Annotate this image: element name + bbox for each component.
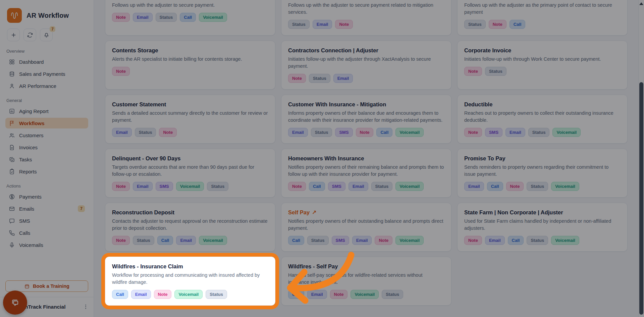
- chat-fab-button[interactable]: [3, 290, 27, 315]
- tag-status: Status: [307, 236, 329, 245]
- tag-note: Note: [506, 182, 524, 191]
- workflow-card-tags: NoteCallSMSEmailStatusVoicemail: [288, 182, 444, 191]
- tag-call: Call: [309, 182, 325, 191]
- app-logo: [7, 8, 22, 23]
- tag-voicemail: Voicemail: [176, 182, 204, 191]
- workflow-card-self-pay[interactable]: Self Pay ↗Notifies property owners of th…: [281, 203, 451, 252]
- workflow-card-allstate-adjuster[interactable]: Allstate AdjusterFollows up with the adj…: [457, 0, 628, 36]
- plus-icon: [10, 32, 17, 38]
- workflow-card-tags: NoteStatusCallEmailVoicemail: [112, 236, 268, 245]
- sidebar: AR Workflow 7 OverviewDashboardSales and…: [0, 0, 94, 317]
- sidebar-item-calls[interactable]: Calls: [5, 227, 88, 238]
- tag-note: Note: [356, 128, 374, 137]
- workflow-card-wildfires-self-pay[interactable]: Wildfires - Self PayHandles self-pay sce…: [281, 257, 451, 306]
- tag-call: Call: [487, 182, 503, 191]
- sidebar-item-reports[interactable]: Reports: [5, 166, 88, 177]
- sidebar-item-customers[interactable]: Customers: [5, 130, 88, 141]
- scroll-up-arrow-icon[interactable]: [639, 2, 643, 5]
- notifications-button[interactable]: 7: [40, 29, 53, 41]
- workflow-card-title: Delinquent - Over 90 Days: [112, 155, 268, 162]
- workflow-card-wildfires-insurance-claim[interactable]: Wildfires - Insurance ClaimWorkflow for …: [105, 257, 275, 306]
- sidebar-item-ar-performance[interactable]: AR Performance: [5, 81, 88, 91]
- mic-icon: [9, 242, 15, 248]
- tag-note: Note: [112, 182, 130, 191]
- workflow-card-description: Follows up with the adjuster to secure p…: [288, 2, 444, 16]
- chat-icon: [10, 297, 20, 308]
- refresh-button[interactable]: [23, 29, 36, 41]
- sidebar-item-voicemails[interactable]: Voicemails: [5, 240, 88, 250]
- add-button[interactable]: [7, 29, 20, 41]
- calendar-icon: [24, 283, 30, 289]
- workflow-card-tags: StatusEmailNote: [288, 20, 444, 29]
- sidebar-item-dashboard[interactable]: Dashboard: [5, 56, 88, 67]
- workflow-card-contents-storage[interactable]: Contents StorageAlerts the AR specialist…: [105, 41, 275, 90]
- scrollbar-thumb[interactable]: [639, 82, 643, 315]
- tasks-icon: [9, 156, 15, 163]
- brand: AR Workflow: [5, 8, 88, 23]
- sidebar-item-invoices[interactable]: Invoices: [5, 142, 88, 153]
- sidebar-item-sms[interactable]: SMS: [5, 215, 88, 226]
- workflow-card-description: Alerts the AR specialist to initiate bil…: [112, 56, 268, 63]
- workflow-card-adjuster[interactable]: AdjusterFollows up with the adjuster to …: [105, 0, 275, 36]
- sidebar-item-aging-report[interactable]: Aging Report: [5, 106, 88, 116]
- sidebar-item-payments[interactable]: Payments: [5, 191, 88, 202]
- tag-note: Note: [464, 128, 482, 137]
- tag-note: Note: [464, 236, 482, 245]
- tag-email: Email: [133, 13, 153, 22]
- workflow-card-description: Targets overdue accounts that are more t…: [112, 164, 268, 178]
- tag-voicemail: Voicemail: [552, 128, 581, 137]
- sidebar-item-label: Dashboard: [19, 59, 44, 65]
- bell-icon: [43, 32, 50, 38]
- workflow-card-promise-to-pay[interactable]: Promise To PaySends reminders to propert…: [457, 149, 628, 198]
- workflow-card-title: Deductible: [464, 101, 621, 108]
- sidebar-item-label: Voicemails: [19, 242, 43, 248]
- book-training-button[interactable]: Book a Training: [5, 280, 88, 292]
- workflow-grid: AdjusterFollows up with the adjuster to …: [105, 0, 644, 306]
- sidebar-item-label: Workflows: [19, 120, 45, 126]
- tag-note: Note: [375, 236, 392, 245]
- workflow-card-description: Sends reminders to property owners regar…: [464, 164, 621, 178]
- workflow-card-contractors-connection-adjuster[interactable]: Contractors Connection | AdjusterInitiat…: [281, 41, 451, 90]
- workflow-card-tags: CallEmailNoteVoicemailStatus: [112, 290, 268, 299]
- coins-icon: [9, 71, 15, 77]
- kebab-icon: [83, 304, 89, 310]
- sidebar-item-label: Customers: [19, 133, 44, 138]
- workflow-card-description: Sends a detailed account summary directl…: [112, 110, 268, 124]
- tag-note: Note: [330, 290, 348, 299]
- workflow-card-title: Wildfires - Insurance Claim: [112, 263, 268, 270]
- sidebar-item-tasks[interactable]: Tasks: [5, 154, 88, 165]
- tag-note: Note: [159, 128, 177, 137]
- workflow-card-delinquent-over-90-days[interactable]: Delinquent - Over 90 DaysTargets overdue…: [105, 149, 275, 198]
- tag-call: Call: [509, 20, 526, 29]
- tag-note: Note: [112, 13, 130, 22]
- tag-voicemail: Voicemail: [551, 236, 579, 245]
- workflow-card-tags: EmailStatusSMSNoteCallVoicemail: [288, 128, 444, 137]
- tag-voicemail: Voicemail: [395, 128, 424, 137]
- workflow-card-description: Handles self-pay scenarios for wildfire-…: [288, 272, 444, 286]
- tag-email: Email: [333, 74, 353, 83]
- workflow-card-customer-statement[interactable]: Customer StatementSends a detailed accou…: [105, 95, 275, 144]
- sidebar-item-sales-and-payments[interactable]: Sales and Payments: [5, 68, 88, 79]
- sidebar-item-emails[interactable]: Emails7: [5, 203, 88, 214]
- workflow-card-title: State Farm | Non Corporate | Adjuster: [464, 209, 621, 216]
- workflow-card-adjuster-emails-only[interactable]: Adjuster - Emails OnlyFollows up with th…: [281, 0, 451, 36]
- workflow-card-description: Notifies property owners of their remain…: [288, 164, 444, 178]
- tag-email: Email: [133, 182, 153, 191]
- workflow-card-reconstruction-deposit[interactable]: Reconstruction DepositContacts the adjus…: [105, 203, 275, 252]
- workflow-card-deductible[interactable]: DeductibleReaches out to property owners…: [457, 95, 628, 144]
- chart-icon: [9, 108, 15, 114]
- workflow-card-tags: CallEmailNoteVoicemailStatus: [288, 290, 444, 299]
- sidebar-item-workflows[interactable]: Workflows: [5, 118, 88, 128]
- workflow-card-corporate-invoice[interactable]: Corporate InvoiceInitiates follow-up wit…: [457, 41, 628, 90]
- nav-section-label: Actions: [6, 183, 88, 189]
- app-window: AR Workflow 7 OverviewDashboardSales and…: [0, 0, 644, 317]
- org-menu-button[interactable]: [83, 304, 89, 310]
- workflow-card-homeowners-with-insurance[interactable]: Homeowners With InsuranceNotifies proper…: [281, 149, 451, 198]
- tag-voicemail: Voicemail: [551, 182, 579, 191]
- sidebar-item-label: Invoices: [19, 145, 38, 150]
- users-icon: [9, 132, 15, 139]
- tag-status: Status: [382, 290, 403, 299]
- workflow-card-customer-with-insurance-mitigation[interactable]: Customer With Insurance - MitigationInfo…: [281, 95, 451, 144]
- app-title: AR Workflow: [26, 12, 69, 19]
- workflow-card-state-farm-non-corporate-adjuster[interactable]: State Farm | Non Corporate | AdjusterUse…: [457, 203, 628, 252]
